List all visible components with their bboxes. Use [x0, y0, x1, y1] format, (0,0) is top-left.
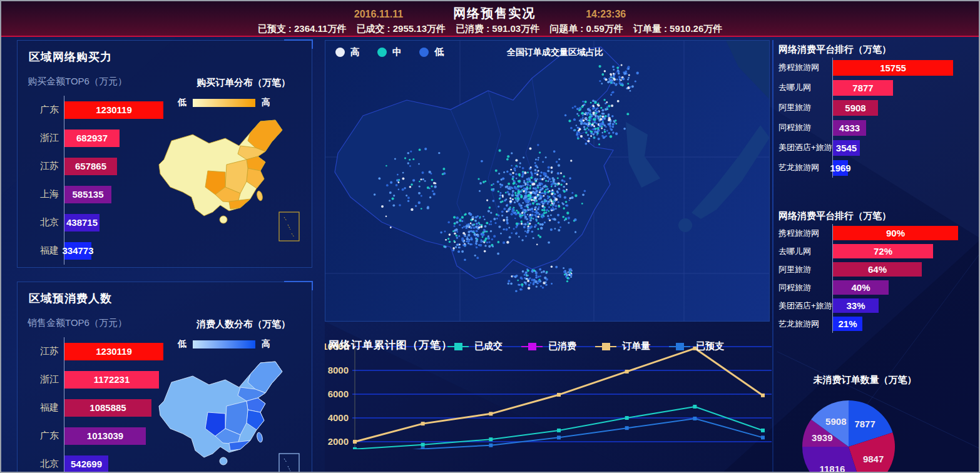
platform-volume-bar-chart: 携程旅游网15755去哪儿网7877阿里旅游5908同程旅游4333美团酒店+旅…	[778, 58, 975, 178]
line-chart-legend: 已成交已消费订单量已预支	[447, 340, 724, 352]
scatter-map-legend: 高中低	[335, 46, 444, 58]
gradient-bar	[193, 99, 255, 107]
gradient-low-label: 低	[178, 97, 186, 108]
bar-value: 7877	[852, 83, 873, 93]
bar: 542699	[64, 455, 108, 473]
bar-value: 1230119	[96, 104, 132, 115]
china-map-buy-distribution	[153, 113, 318, 258]
bar-value: 5908	[845, 103, 865, 113]
bar-track: 4333	[832, 118, 975, 138]
bar-value: 1013039	[87, 430, 123, 441]
bar-value: 21%	[838, 318, 857, 329]
bar-value: 334773	[62, 245, 93, 256]
bar-category-label: 携程旅游网	[778, 62, 832, 73]
bar-category-label: 浙江	[26, 132, 64, 144]
line-legend-item: 已预支	[669, 340, 724, 352]
bar-track: 64%	[832, 260, 975, 278]
gradient-legend: 低 高	[178, 97, 270, 108]
map-legend-item: 高	[335, 46, 360, 58]
bar: 585135	[64, 186, 111, 203]
line-legend-item: 订单量	[595, 340, 650, 352]
bar-track: 542699	[64, 450, 160, 473]
bar: 657865	[64, 158, 117, 175]
bar-track: 7877	[832, 78, 975, 98]
bar-track: 33%	[832, 297, 975, 315]
bar: 33%	[833, 298, 879, 313]
bar-value: 438715	[66, 217, 98, 228]
bar-category-label: 江苏	[26, 345, 64, 357]
south-china-sea-inset	[279, 212, 299, 241]
bar-row: 浙江1172231	[26, 365, 160, 394]
bar: 1230119	[64, 101, 163, 119]
bar-value: 3545	[836, 143, 857, 153]
bar-row: 广东1230119	[26, 96, 160, 124]
panel-corner-accent	[284, 281, 313, 290]
bar-row: 艺龙旅游网21%	[778, 315, 975, 333]
legend-label: 订单量	[622, 340, 650, 352]
panel-subtitle: 购买金额TOP6（万元）	[28, 76, 127, 88]
bar-category-label: 艺龙旅游网	[778, 318, 832, 330]
legend-dot	[335, 48, 345, 57]
bar-category-label: 浙江	[26, 374, 64, 385]
bar-value: 1230119	[96, 346, 132, 357]
bar-track: 585135	[64, 180, 160, 208]
svg-text:8000: 8000	[328, 365, 349, 375]
map-legend-item: 低	[419, 46, 444, 58]
map-legend-title: 购买订单分布（万笔）	[173, 77, 314, 89]
bar: 1969	[833, 160, 848, 176]
map-legend-item: 中	[377, 46, 402, 58]
bar-track: 40%	[832, 278, 975, 297]
bar-row: 去哪儿网72%	[778, 242, 975, 260]
bar-row: 阿里旅游64%	[778, 260, 975, 278]
bar-value: 72%	[874, 246, 892, 257]
bar-category-label: 携程旅游网	[778, 228, 832, 239]
japan-landmass	[692, 125, 770, 219]
scatter-map-canvas	[325, 41, 770, 322]
bar-category-label: 上海	[26, 188, 64, 200]
bar-value: 542699	[71, 459, 102, 469]
bar-category-label: 美团酒店+旅游	[778, 300, 832, 312]
legend-swatch	[595, 343, 616, 350]
gradient-high-label: 高	[262, 338, 270, 350]
header-time: 14:23:36	[586, 9, 626, 20]
header-stat: 问题单 : 0.59万件	[549, 23, 623, 35]
bar-row: 美团酒店+旅游3545	[778, 138, 975, 158]
svg-text:9847: 9847	[863, 454, 884, 464]
bar-track: 90%	[832, 224, 975, 242]
bar-value: 682937	[76, 133, 108, 143]
header-stat: 订单量 : 5910.26万件	[633, 23, 723, 35]
bar: 1013039	[64, 427, 146, 445]
panel-platform-rank-volume: 网络消费平台排行（万笔） 携程旅游网15755去哪儿网7877阿里旅游5908同…	[777, 40, 977, 203]
line-legend-item: 已成交	[447, 340, 503, 352]
bar-row: 北京438715	[26, 208, 160, 236]
bar-category-label: 去哪儿网	[778, 82, 832, 93]
legend-dot	[377, 48, 387, 57]
legend-label: 已消费	[548, 340, 576, 352]
svg-text:2000: 2000	[328, 436, 349, 447]
bar-track: 334773	[64, 236, 160, 265]
bar-category-label: 美团酒店+旅游	[778, 142, 832, 153]
bar-row: 浙江682937	[26, 124, 160, 152]
bar-track: 1230119	[64, 96, 163, 124]
bar-value: 585135	[72, 189, 103, 200]
legend-swatch	[521, 343, 543, 350]
bar-value: 1172231	[94, 374, 130, 385]
header-stat: 已消费 : 591.03万件	[456, 23, 539, 35]
platform-percent-bar-chart: 携程旅游网90%去哪儿网72%阿里旅游64%同程旅游40%美团酒店+旅游33%艺…	[778, 224, 975, 333]
pie-chart-title: 未消费订单数量（万笔）	[790, 374, 940, 386]
panel-region-preconsume: 区域预消费人数 销售金额TOP6（万元） 江苏1230119浙江1172231福…	[17, 282, 312, 473]
south-china-sea-inset	[279, 454, 299, 473]
bar-track: 438715	[64, 208, 160, 236]
bar-track: 21%	[832, 315, 975, 333]
bar-row: 携程旅游网90%	[778, 224, 975, 242]
line-chart-title: 网络订单累计图（万笔）	[329, 338, 452, 352]
legend-label: 中	[392, 46, 402, 58]
bar-value: 15755	[880, 63, 906, 73]
bar-track: 1085885	[64, 394, 160, 422]
bar: 72%	[833, 244, 933, 258]
panel-order-line-chart: 网络订单累计图（万笔） 已成交已消费订单量已预支 200040006000800…	[325, 333, 774, 473]
bar: 438715	[64, 214, 100, 231]
bar: 90%	[833, 226, 958, 240]
legend-label: 已成交	[474, 340, 503, 352]
header-stats-row: 已预支 : 2364.11万件已成交 : 2955.13万件已消费 : 591.…	[1, 23, 979, 35]
